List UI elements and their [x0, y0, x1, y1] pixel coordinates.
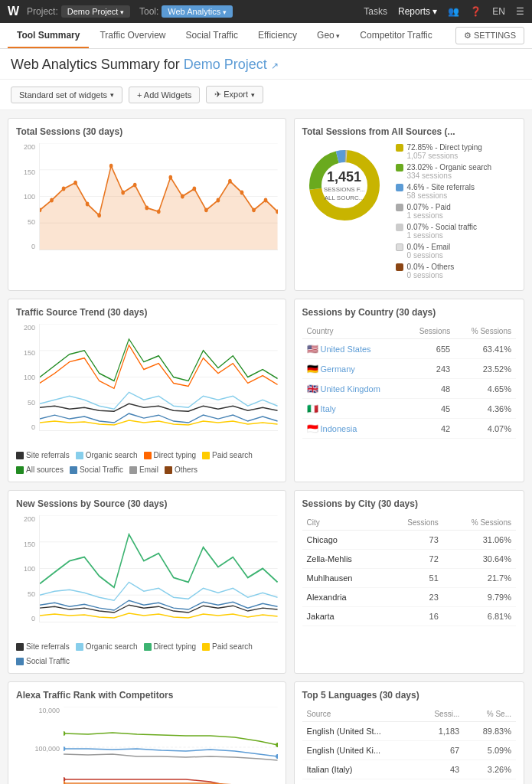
languages-card: Top 5 Languages (30 days) Source Sessi..…: [294, 681, 524, 784]
alexa-title: Alexa Traffic Rank with Competitors: [16, 690, 278, 701]
city-sessions-col: Sessions: [383, 515, 443, 531]
traffic-trend-y-labels: 200150100500: [16, 324, 38, 431]
svg-point-22: [228, 179, 232, 184]
lang-sessions-col: Sessi...: [417, 707, 465, 722]
svg-point-23: [240, 191, 244, 195]
total-sessions-chart: 200150100500: [16, 143, 278, 266]
export-button[interactable]: ✈ Export: [206, 86, 263, 103]
users-icon[interactable]: 👥: [448, 6, 459, 17]
country-link[interactable]: Italy: [321, 404, 336, 413]
languages-title: Top 5 Languages (30 days): [302, 690, 516, 701]
svg-point-11: [97, 213, 101, 217]
country-title: Sessions by Country (30 days): [302, 307, 516, 318]
alexa-plot: [64, 707, 278, 784]
new-sessions-title: New Sessions by Source (30 days): [16, 498, 278, 509]
tab-tool-summary[interactable]: Tool Summary: [8, 24, 89, 48]
total-sessions-card: Total Sessions (30 days) 200150100500: [8, 118, 286, 291]
tasks-link[interactable]: Tasks: [364, 6, 387, 17]
total-sessions-title: Total Sessions (30 days): [16, 126, 278, 137]
city-card: Sessions by City (30 days) City Sessions…: [294, 490, 524, 674]
row-3: New Sessions by Source (30 days) 2001501…: [8, 490, 524, 674]
country-link[interactable]: Indonesia: [321, 424, 357, 433]
page-title-bar: Web Analytics Summary for Demo Project ↗: [0, 49, 532, 80]
external-link-icon[interactable]: ↗: [271, 60, 279, 71]
table-row: 🇺🇸United States 655 63.41%: [302, 339, 516, 359]
svg-point-24: [252, 207, 256, 212]
country-link[interactable]: United States: [321, 345, 371, 354]
alexa-chart: 10,000 100,000 1,000,000 10,000,000: [16, 707, 278, 784]
table-row: Italian (Italy) 43 3.26%: [302, 760, 516, 779]
pct-col-header: % Sessions: [455, 324, 516, 339]
page-title: Web Analytics Summary for Demo Project ↗: [11, 57, 521, 73]
new-sessions-y-labels: 200150100500: [16, 515, 38, 622]
svg-point-14: [133, 183, 137, 188]
svg-point-17: [168, 175, 172, 180]
donut-center: 1,451 SESSIONS F... ALL SOURC...: [324, 168, 365, 202]
tab-social-traffic[interactable]: Social Traffic: [176, 24, 246, 48]
reports-link[interactable]: Reports ▾: [398, 6, 437, 17]
tool-selector[interactable]: Web Analytics: [162, 5, 232, 18]
svg-point-15: [145, 205, 149, 210]
help-icon[interactable]: ❓: [470, 6, 481, 17]
svg-point-50: [64, 731, 65, 736]
tab-efficiency[interactable]: Efficiency: [249, 24, 306, 48]
svg-point-20: [204, 207, 208, 212]
table-row: Muhlhausen 51 21.7%: [302, 569, 516, 588]
total-sessions-plot: [39, 143, 278, 250]
settings-button[interactable]: ⚙ SETTINGS: [455, 27, 524, 44]
project-label: Project:: [27, 6, 58, 17]
svg-point-25: [264, 198, 268, 202]
svg-point-19: [193, 187, 197, 191]
table-row: Portuguese (Brazil) 14 1.06%: [302, 779, 516, 785]
svg-point-18: [181, 194, 184, 199]
tab-traffic-overview[interactable]: Traffic Overview: [90, 24, 175, 48]
city-pct-col: % Sessions: [443, 515, 516, 531]
donut-title: Total Sessions from All Sources (...: [302, 126, 516, 137]
project-title-link[interactable]: Demo Project: [184, 57, 267, 72]
row-1: Total Sessions (30 days) 200150100500: [8, 118, 524, 291]
table-row: 🇮🇹Italy 45 4.36%: [302, 399, 516, 419]
new-sessions-chart: 200150100500: [16, 515, 278, 638]
traffic-trend-card: Traffic Source Trend (30 days) 200150100…: [8, 299, 286, 482]
traffic-trend-plot: [39, 324, 278, 431]
donut-area: 1,451 SESSIONS F... ALL SOURC... 72.85% …: [302, 143, 516, 283]
table-row: English (United Ki... 67 5.09%: [302, 741, 516, 760]
svg-point-13: [121, 191, 125, 195]
country-link[interactable]: Germany: [321, 364, 355, 374]
tab-competitor-traffic[interactable]: Competitor Traffic: [351, 24, 441, 48]
table-row: 🇩🇪Germany 243 23.52%: [302, 359, 516, 379]
lang-source-col: Source: [302, 707, 417, 722]
svg-point-21: [217, 198, 220, 202]
city-col-header: City: [302, 515, 383, 531]
city-title: Sessions by City (30 days): [302, 498, 516, 509]
row-4: Alexa Traffic Rank with Competitors 10,0…: [8, 681, 524, 784]
svg-point-16: [157, 209, 161, 214]
alexa-y-labels: 10,000 100,000 1,000,000 10,000,000: [16, 707, 62, 784]
toolbar: Standard set of widgets + Add Widgets ✈ …: [0, 80, 532, 110]
svg-point-10: [86, 201, 90, 206]
table-row: English (United St... 1,183 89.83%: [302, 722, 516, 741]
languages-table: Source Sessi... % Se... English (United …: [302, 707, 516, 784]
top-nav-right: Tasks Reports ▾ 👥 ❓ EN ☰: [364, 6, 524, 17]
widgets-selector[interactable]: Standard set of widgets: [11, 87, 122, 103]
new-sessions-legend: Site referrals Organic search Direct typ…: [16, 642, 278, 665]
app-logo: W: [8, 5, 19, 18]
country-link[interactable]: United Kingdom: [321, 384, 380, 394]
country-col-header: Country: [302, 324, 405, 339]
city-table: City Sessions % Sessions Chicago 73 31.0…: [302, 515, 516, 626]
svg-point-9: [73, 181, 77, 185]
top-navigation: W Project: Demo Project Tool: Web Analyt…: [0, 0, 532, 23]
add-widgets-button[interactable]: + Add Widgets: [129, 87, 200, 103]
tab-geo[interactable]: Geo: [308, 24, 349, 48]
country-table: Country Sessions % Sessions 🇺🇸United Sta…: [302, 324, 516, 439]
language-selector[interactable]: EN: [492, 6, 505, 17]
menu-icon[interactable]: ☰: [516, 6, 524, 17]
donut-legend: 72.85% - Direct typing1,057 sessions 23.…: [396, 143, 516, 283]
alexa-card: Alexa Traffic Rank with Competitors 10,0…: [8, 681, 286, 784]
svg-marker-5: [40, 166, 278, 250]
project-selector[interactable]: Demo Project: [61, 5, 130, 18]
traffic-trend-title: Traffic Source Trend (30 days): [16, 307, 278, 318]
svg-point-51: [276, 743, 277, 747]
table-row: 🇮🇩Indonesia 42 4.07%: [302, 419, 516, 439]
svg-point-46: [64, 781, 65, 784]
